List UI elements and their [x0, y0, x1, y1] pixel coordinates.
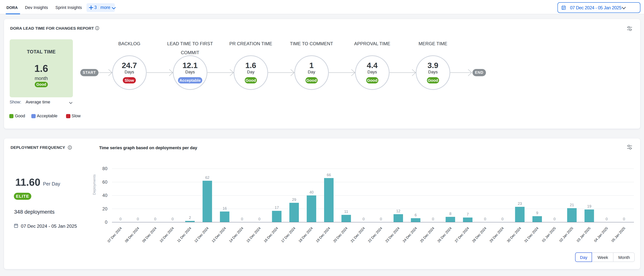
svg-text:26 Dec 2024: 26 Dec 2024 [436, 226, 452, 243]
svg-text:11 Dec 2024: 11 Dec 2024 [176, 226, 192, 243]
svg-text:11: 11 [344, 209, 348, 214]
svg-text:0: 0 [484, 217, 486, 221]
svg-text:02 Jan 2025: 02 Jan 2025 [558, 226, 574, 243]
svg-text:19: 19 [587, 204, 591, 208]
svg-text:80: 80 [102, 166, 108, 171]
svg-text:9: 9 [536, 211, 538, 215]
svg-text:0: 0 [606, 217, 608, 221]
svg-text:10 Dec 2024: 10 Dec 2024 [159, 226, 174, 243]
svg-text:24 Dec 2024: 24 Dec 2024 [402, 226, 418, 243]
svg-text:19 Dec 2024: 19 Dec 2024 [315, 226, 331, 243]
svg-text:0: 0 [501, 217, 504, 221]
svg-text:27 Dec 2024: 27 Dec 2024 [454, 226, 470, 243]
svg-text:18 Dec 2024: 18 Dec 2024 [298, 226, 314, 243]
svg-text:20: 20 [102, 206, 108, 211]
svg-text:01 Jan 2025: 01 Jan 2025 [541, 226, 556, 243]
svg-text:0: 0 [241, 217, 243, 221]
svg-text:04 Jan 2025: 04 Jan 2025 [593, 226, 609, 243]
svg-text:0: 0 [137, 217, 139, 221]
svg-text:Deployments: Deployments [92, 175, 96, 195]
svg-text:62: 62 [205, 176, 209, 180]
svg-text:12: 12 [396, 209, 400, 213]
svg-text:07 Dec 2024: 07 Dec 2024 [107, 226, 122, 243]
svg-text:7: 7 [466, 212, 469, 216]
svg-text:09 Dec 2024: 09 Dec 2024 [142, 226, 157, 243]
svg-text:03 Jan 2025: 03 Jan 2025 [576, 226, 591, 243]
svg-text:6: 6 [414, 213, 417, 217]
svg-text:12 Dec 2024: 12 Dec 2024 [194, 226, 209, 243]
svg-text:21: 21 [570, 203, 574, 207]
svg-text:60: 60 [102, 179, 108, 185]
svg-text:23 Dec 2024: 23 Dec 2024 [384, 226, 400, 243]
svg-text:21 Dec 2024: 21 Dec 2024 [350, 226, 366, 243]
svg-text:13 Dec 2024: 13 Dec 2024 [211, 226, 227, 243]
svg-text:0: 0 [432, 217, 434, 221]
svg-text:20 Dec 2024: 20 Dec 2024 [332, 226, 348, 243]
svg-text:66: 66 [327, 173, 331, 177]
svg-text:0: 0 [119, 217, 122, 221]
svg-text:29: 29 [292, 198, 296, 202]
svg-text:8: 8 [449, 212, 452, 216]
svg-text:23: 23 [518, 201, 522, 206]
svg-text:08 Dec 2024: 08 Dec 2024 [124, 226, 140, 243]
svg-text:17 Dec 2024: 17 Dec 2024 [280, 226, 296, 243]
svg-text:40: 40 [309, 190, 314, 194]
svg-text:0: 0 [554, 217, 556, 221]
svg-text:17: 17 [274, 205, 279, 210]
svg-text:25 Dec 2024: 25 Dec 2024 [419, 226, 435, 243]
svg-text:29 Dec 2024: 29 Dec 2024 [489, 226, 504, 243]
svg-text:16: 16 [222, 206, 227, 210]
svg-text:0: 0 [380, 217, 382, 221]
svg-text:14 Dec 2024: 14 Dec 2024 [228, 226, 244, 243]
svg-text:22 Dec 2024: 22 Dec 2024 [367, 226, 383, 243]
svg-text:15 Dec 2024: 15 Dec 2024 [246, 226, 262, 243]
svg-text:05 Jan 2025: 05 Jan 2025 [610, 226, 626, 243]
svg-text:28 Dec 2024: 28 Dec 2024 [471, 226, 487, 243]
svg-text:0: 0 [154, 217, 156, 221]
svg-text:40: 40 [102, 193, 108, 198]
svg-text:16 Dec 2024: 16 Dec 2024 [263, 226, 279, 243]
svg-text:0: 0 [362, 217, 364, 221]
svg-text:0: 0 [258, 217, 260, 221]
svg-text:0: 0 [623, 217, 625, 221]
svg-text:31 Dec 2024: 31 Dec 2024 [524, 226, 539, 243]
svg-text:0: 0 [172, 217, 174, 221]
svg-text:2: 2 [189, 216, 191, 220]
svg-text:0: 0 [105, 220, 108, 225]
svg-text:30 Dec 2024: 30 Dec 2024 [506, 226, 522, 243]
